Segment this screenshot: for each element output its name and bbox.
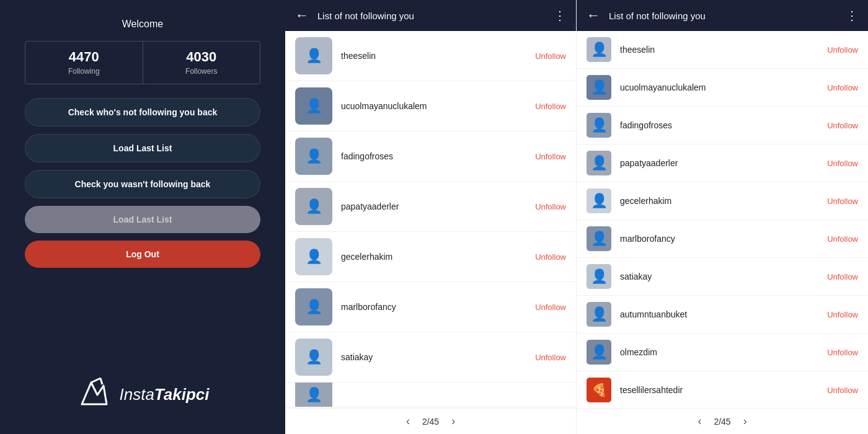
logout-button[interactable]: Log Out	[25, 241, 260, 268]
unfollow-button[interactable]: Unfollow	[535, 303, 566, 312]
avatar: 👤	[295, 339, 332, 376]
followers-label: Followers	[185, 67, 217, 76]
right-header: ← List of not following you ⋮	[577, 0, 868, 31]
username: theeselin	[341, 51, 526, 61]
username: marlborofancy	[341, 302, 526, 312]
unfollow-button[interactable]: Unfollow	[535, 102, 566, 111]
followers-stat: 4030 Followers	[143, 42, 260, 84]
unfollow-button[interactable]: Unfollow	[827, 348, 858, 357]
right-menu-icon[interactable]: ⋮	[846, 8, 858, 23]
logo-area: InstaTakipci	[76, 373, 209, 415]
list-item: 👤 ucuolmayanuclukalem Unfollow	[577, 69, 868, 107]
right-back-button[interactable]: ←	[587, 7, 600, 24]
load-last-list-button-1[interactable]: Load Last List	[25, 134, 260, 162]
right-pagination: ‹ 2/45 ›	[577, 408, 868, 434]
avatar: 👤	[295, 37, 332, 74]
username: ucuolmayanuclukalem	[620, 82, 818, 92]
unfollow-button[interactable]: Unfollow	[827, 83, 858, 92]
avatar: 👤	[587, 302, 611, 327]
unfollow-button[interactable]: Unfollow	[535, 51, 566, 61]
list-item: 👤 gecelerhakim Unfollow	[285, 232, 576, 282]
middle-header-title: List of not following you	[317, 11, 545, 21]
right-prev-page-button[interactable]: ‹	[698, 415, 701, 428]
svg-line-1	[91, 378, 100, 383]
list-item: 👤 ucuolmayanuclukalem Unfollow	[285, 81, 576, 131]
unfollow-button[interactable]: Unfollow	[827, 159, 858, 168]
welcome-title: Welcome	[122, 19, 163, 30]
right-next-page-button[interactable]: ›	[743, 415, 747, 428]
list-item: 👤 fadingofroses Unfollow	[577, 107, 868, 144]
list-item: 👤	[285, 383, 576, 407]
right-user-list: 👤 theeselin Unfollow 👤 ucuolmayanuclukal…	[577, 31, 868, 408]
list-item: 👤 satiakay Unfollow	[577, 258, 868, 296]
username: autumntuanbuket	[620, 309, 818, 319]
list-item: 👤 papatyaaderler Unfollow	[285, 182, 576, 232]
username: theeselin	[620, 45, 818, 55]
avatar: 👤	[295, 87, 332, 125]
avatar: 👤	[295, 238, 332, 275]
list-item: 🍕 tesellilersahtedir Unfollow	[577, 371, 868, 408]
load-last-list-button-2: Load Last List	[25, 206, 260, 233]
left-panel: Welcome 4470 Following 4030 Followers Ch…	[0, 0, 285, 434]
check-not-following-button[interactable]: Check who's not following you back	[25, 98, 260, 126]
avatar: 👤	[587, 226, 611, 251]
check-not-back-button[interactable]: Check you wasn't following back	[25, 170, 260, 198]
list-item: 👤 marlborofancy Unfollow	[577, 220, 868, 258]
prev-page-button[interactable]: ‹	[406, 415, 410, 428]
middle-user-list: 👤 theeselin Unfollow 👤 ucuolmayanuclukal…	[285, 31, 576, 408]
svg-marker-0	[82, 383, 107, 404]
logo-icon	[76, 373, 113, 415]
unfollow-button[interactable]: Unfollow	[827, 45, 858, 55]
following-label: Following	[68, 67, 100, 76]
unfollow-button[interactable]: Unfollow	[535, 353, 566, 362]
logo-text: InstaTakipci	[119, 385, 209, 404]
unfollow-button[interactable]: Unfollow	[827, 272, 858, 281]
middle-panel: ← List of not following you ⋮ 👤 theeseli…	[285, 0, 577, 434]
unfollow-button[interactable]: Unfollow	[535, 152, 566, 161]
middle-pagination: ‹ 2/45 ›	[285, 408, 576, 434]
username: tesellilersahtedir	[620, 385, 818, 395]
username: marlborofancy	[620, 234, 818, 244]
unfollow-button[interactable]: Unfollow	[827, 197, 858, 206]
list-item: 👤 fadingofroses Unfollow	[285, 131, 576, 182]
avatar: 👤	[587, 264, 611, 289]
avatar: 👤	[295, 288, 332, 326]
unfollow-button[interactable]: Unfollow	[827, 386, 858, 395]
avatar: 👤	[587, 75, 611, 100]
username: ucuolmayanuclukalem	[341, 101, 526, 111]
avatar: 🍕	[587, 378, 611, 402]
right-panel: ← List of not following you ⋮ 👤 theeseli…	[577, 0, 868, 434]
svg-line-2	[100, 378, 102, 384]
list-item: 👤 gecelerhakim Unfollow	[577, 182, 868, 220]
avatar: 👤	[587, 188, 611, 213]
unfollow-button[interactable]: Unfollow	[535, 202, 566, 211]
avatar: 👤	[587, 151, 611, 175]
username: fadingofroses	[341, 151, 526, 161]
username: olmezdim	[620, 347, 818, 357]
right-header-title: List of not following you	[609, 11, 837, 21]
avatar: 👤	[587, 340, 611, 365]
right-page-info: 2/45	[714, 417, 730, 427]
unfollow-button[interactable]: Unfollow	[827, 121, 858, 130]
username: gecelerhakim	[341, 252, 526, 262]
unfollow-button[interactable]: Unfollow	[827, 234, 858, 244]
middle-menu-icon[interactable]: ⋮	[554, 8, 566, 23]
following-count: 4470	[32, 49, 136, 65]
username: satiakay	[341, 352, 526, 362]
avatar: 👤	[295, 383, 332, 407]
list-item: 👤 autumntuanbuket Unfollow	[577, 296, 868, 334]
list-item: 👤 satiakay Unfollow	[285, 332, 576, 383]
next-page-button[interactable]: ›	[451, 415, 455, 428]
list-item: 👤 olmezdim Unfollow	[577, 334, 868, 371]
middle-back-button[interactable]: ←	[295, 7, 309, 24]
list-item: 👤 marlborofancy Unfollow	[285, 282, 576, 332]
username: gecelerhakim	[620, 196, 818, 206]
list-item: 👤 theeselin Unfollow	[577, 31, 868, 69]
unfollow-button[interactable]: Unfollow	[827, 310, 858, 319]
avatar: 👤	[587, 37, 611, 62]
username: satiakay	[620, 272, 818, 281]
username: papatyaaderler	[341, 202, 526, 211]
username: fadingofroses	[620, 120, 818, 130]
unfollow-button[interactable]: Unfollow	[535, 252, 566, 262]
username: papatyaaderler	[620, 158, 818, 168]
